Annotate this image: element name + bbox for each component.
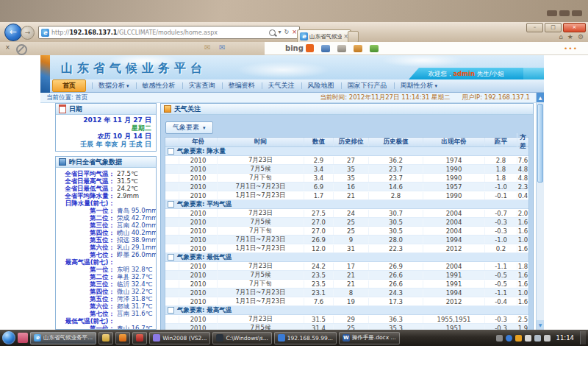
flag-icon[interactable] xyxy=(525,335,531,342)
table-row[interactable]: 2010 7月1日~7月23日 26.9 9 28.0 1994 -1.0 xyxy=(165,236,528,244)
media-icon xyxy=(136,334,143,342)
table-row[interactable]: 2010 7月5候 3.4 35 23.7 1990 1.8 4 xyxy=(165,165,528,174)
weather-stat-row: 全省日最低气温： 24.2℃ xyxy=(56,185,156,192)
alert-icon[interactable] xyxy=(515,335,522,342)
show-desktop-button[interactable] xyxy=(580,331,586,344)
nav-item[interactable]: 灾害查询▾ xyxy=(182,81,222,91)
column-header[interactable]: 时间 xyxy=(217,138,304,146)
settings-icon[interactable]: ⚙ xyxy=(578,33,584,41)
table-row[interactable]: 2010 7月23日 27.5 24 30.7 2004 -0.7 xyxy=(165,209,528,218)
nav-item[interactable]: 整编资料▾ xyxy=(222,81,262,91)
table-row[interactable]: 2010 7月下旬 27.0 25 30.5 2004 -0.3 xyxy=(165,227,528,236)
bing-icon xyxy=(306,44,314,52)
column-header[interactable]: 距平 xyxy=(484,138,517,146)
taskbar-window-button[interactable]: W 操作手册.docx ... xyxy=(339,332,400,344)
taskbar-ie-window[interactable]: e 山东省气候业务平... xyxy=(30,332,96,344)
home-icon[interactable]: ⌂ xyxy=(559,33,563,41)
table-row[interactable]: 2010 1月1日~7月23日 12.0 31 22.3 2012 0.2 xyxy=(165,244,528,253)
hidden-icons-chevron[interactable] xyxy=(496,335,503,342)
refresh-icon[interactable]: ↻ xyxy=(284,29,290,36)
display-icon[interactable] xyxy=(534,335,541,342)
group-header-row[interactable]: 气象要素: 平均气温 xyxy=(165,200,528,209)
toolbar-close-icon[interactable]: × xyxy=(5,44,10,51)
stop-icon[interactable]: × xyxy=(292,29,297,36)
new-tab-button[interactable] xyxy=(348,31,359,43)
scrollbar[interactable]: ▲ ▼ xyxy=(536,93,544,330)
table-row[interactable]: 2010 7月23日 2.9 27 36.2 1974 2.8 xyxy=(165,156,528,165)
toolbar-more-icon[interactable]: ••• xyxy=(564,45,578,52)
column-header[interactable]: 出现年份 xyxy=(423,138,484,146)
page-container: 山东省气候业务平台 欢迎您，admin 先生/小姐 首页▾ 数据分析▾ 敏感性分… xyxy=(40,55,544,330)
table-row[interactable]: 2010 7月5候 27.0 25 30.5 2004 -0.3 xyxy=(165,218,528,227)
volume-icon[interactable] xyxy=(544,335,551,342)
start-button[interactable] xyxy=(2,331,15,344)
taskbar-app-button-2[interactable] xyxy=(132,332,147,344)
group-header-row[interactable]: 气象要素: 最高气温 xyxy=(165,306,528,315)
weather-stat-row: 全省日最高气温： 31.5℃ xyxy=(56,177,156,185)
group-header-row[interactable]: 气象要素: 降水量 xyxy=(165,147,528,156)
group-header-row[interactable]: 气象要素: 最低气温 xyxy=(165,253,528,262)
favorites-icon[interactable]: ★ xyxy=(567,33,573,41)
nav-item[interactable]: 首页▾ xyxy=(52,79,86,92)
collapse-icon[interactable] xyxy=(168,148,174,155)
search-icon[interactable] xyxy=(269,29,276,36)
maximize-button[interactable]: □ xyxy=(545,23,562,32)
column-header[interactable]: 数值 xyxy=(304,138,333,146)
taskbar-clock[interactable]: 11:14 xyxy=(556,334,575,342)
table-row[interactable]: 2010 1月1日~7月23日 1.7 21 2.8 1990 -0.1 xyxy=(165,191,528,200)
close-button[interactable]: × xyxy=(563,23,586,32)
page-viewport: 山东省气候业务平台 欢迎您，admin 先生/小姐 首页▾ 数据分析▾ 敏感性分… xyxy=(0,55,588,330)
rank-row: 第一位： 泰山 16.7℃ xyxy=(56,325,156,330)
collapse-icon[interactable] xyxy=(168,254,174,261)
send-icon[interactable]: ✉ xyxy=(219,43,225,52)
taskbar-window-button[interactable]: Win2008 (VS2... xyxy=(149,332,210,344)
app-icon xyxy=(119,334,126,342)
pinned-app-icon[interactable] xyxy=(18,333,28,343)
scroll-up-icon[interactable]: ▲ xyxy=(537,93,544,102)
rank-row: 第四位： 微山 32.2℃ xyxy=(56,288,156,295)
table-row[interactable]: 2010 1月1日~7月23日 7.6 19 17.3 2012 -0.4 xyxy=(165,297,528,306)
camera-icon[interactable] xyxy=(321,45,330,52)
table-row[interactable]: 2010 7月5候 31.4 25 35.3 1951 -0.3 xyxy=(165,324,528,330)
scrollbar-thumb[interactable] xyxy=(537,104,543,183)
mail-icon[interactable]: ✉ xyxy=(204,43,210,52)
column-header[interactable]: 历史排位 xyxy=(333,138,368,146)
focus-icon xyxy=(164,105,171,113)
taskbar-folder-button[interactable] xyxy=(98,332,113,344)
taskbar-window-button[interactable]: 192.168.59.99... xyxy=(274,332,337,344)
column-header[interactable]: 方差 xyxy=(517,133,528,151)
nav-item[interactable]: 风险地图▾ xyxy=(301,81,341,91)
nav-item[interactable]: 周期性分析▾ xyxy=(394,81,445,91)
back-button[interactable]: ← xyxy=(4,24,22,41)
url-text[interactable]: http://192.168.137.1/GLCCLIMATE/modules/… xyxy=(51,29,267,36)
element-filter-button[interactable]: 气象要素▾ xyxy=(165,121,213,134)
scroll-down-icon[interactable]: ▼ xyxy=(537,320,544,330)
table-row[interactable]: 2010 7月下旬 23.5 21 26.6 1991 -0.5 xyxy=(165,280,528,289)
collapse-icon[interactable] xyxy=(168,307,174,314)
column-header[interactable]: 年份 xyxy=(179,138,217,146)
table-row[interactable]: 2010 7月1日~7月23日 23.1 8 24.3 1994 -1.1 xyxy=(165,289,528,297)
puzzle-icon[interactable] xyxy=(370,45,379,52)
blocked-icon xyxy=(16,44,27,55)
table-row[interactable]: 2010 7月5候 23.5 21 26.6 1991 -0.5 xyxy=(165,271,528,280)
taskbar-window-button[interactable]: C:\Windows\s... xyxy=(212,332,271,344)
table-row[interactable]: 2010 7月23日 31.5 29 36.3 1955,1951 -0.3 xyxy=(165,315,528,324)
table-row[interactable]: 2010 7月23日 24.2 17 26.9 2004 -1.1 xyxy=(165,262,528,271)
nav-item[interactable]: 天气关注▾ xyxy=(262,81,301,91)
paw-icon[interactable] xyxy=(354,45,362,52)
column-header[interactable]: 历史极值 xyxy=(368,138,423,146)
search-dropdown-icon[interactable]: ▾ xyxy=(279,29,282,36)
nav-item[interactable]: 国家下行产品▾ xyxy=(341,81,394,91)
network-icon[interactable] xyxy=(506,335,512,342)
collapse-icon[interactable] xyxy=(168,201,174,208)
browser-tab[interactable]: e 山东省气候业务平... × xyxy=(297,29,351,43)
nav-item[interactable]: 敏感性分析▾ xyxy=(136,81,182,91)
taskbar-app-button-1[interactable] xyxy=(115,332,130,344)
table-row[interactable]: 2010 7月下旬 3.4 35 23.7 1990 1.8 4 xyxy=(165,174,528,183)
screenshot-icon[interactable] xyxy=(337,45,346,52)
minimize-button[interactable]: – xyxy=(526,23,543,32)
forward-button[interactable]: → xyxy=(21,26,35,40)
nav-item[interactable]: 数据分析▾ xyxy=(92,81,136,91)
address-bar[interactable]: e http://192.168.137.1/GLCCLIMATE/module… xyxy=(38,26,300,39)
table-row[interactable]: 2010 7月1日~7月23日 6.9 16 14.6 1957 -1.0 xyxy=(165,183,528,191)
